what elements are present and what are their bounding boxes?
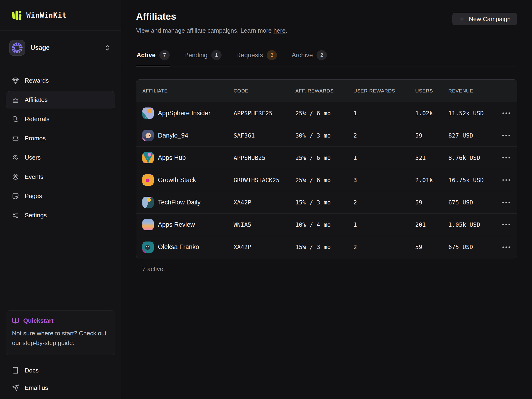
new-campaign-label: New Campaign (469, 15, 511, 23)
sidebar-item-events[interactable]: Events (6, 168, 115, 185)
page-subtitle: View and manage affiliate campaigns. Lea… (136, 27, 287, 34)
sidebar-item-email-us[interactable]: Email us (6, 380, 115, 396)
sidebar-item-settings[interactable]: Settings (6, 207, 115, 224)
sidebar-item-label: Rewards (25, 77, 49, 84)
row-menu-button[interactable] (501, 221, 511, 228)
column-header-aff-rewards: AFF. REWARDS (295, 88, 353, 94)
sidebar-item-label: Events (25, 173, 44, 180)
app-switcher[interactable]: Usage (0, 31, 121, 65)
page-cursor-icon (12, 192, 19, 199)
affiliate-code: GROWTHSTACK25 (234, 177, 295, 184)
sidebar-nav: Rewards Affiliates Referrals Promos User… (0, 65, 121, 224)
table-row[interactable]: Growth Stack GROWTHSTACK25 25% / 6 mo 3 … (136, 169, 517, 191)
user-rewards-value: 2 (353, 132, 415, 139)
table-row[interactable]: Oleksa Franko XA42P 15% / 3 mo 2 59 675 … (136, 236, 517, 258)
quickstart-card[interactable]: Quickstart Not sure where to start? Chec… (6, 310, 115, 355)
affiliate-avatar (142, 219, 154, 230)
users-value: 201 (415, 221, 448, 228)
tab-label: Requests (236, 52, 263, 59)
tab-count-badge: 2 (317, 50, 327, 60)
affiliate-avatar (142, 174, 154, 186)
gem-icon (12, 77, 19, 84)
revenue-value: 11.52k USD (448, 110, 501, 117)
aff-rewards-value: 10% / 4 mo (295, 221, 353, 228)
affiliate-code: APPSPHERE25 (234, 110, 295, 117)
row-menu-button[interactable] (501, 155, 511, 161)
sidebar-item-label: Pages (25, 192, 42, 200)
revenue-value: 675 USD (448, 199, 501, 206)
row-menu-button[interactable] (501, 110, 511, 116)
sidebar-item-label: Settings (25, 212, 47, 219)
quickstart-description: Not sure where to start? Check out our s… (12, 329, 109, 348)
revenue-value: 8.76k USD (448, 154, 501, 161)
affiliate-avatar (142, 152, 154, 163)
table-row[interactable]: Danylo_94 SAF3G1 30% / 3 mo 2 59 827 USD (136, 124, 517, 147)
user-rewards-value: 1 (353, 110, 415, 117)
tab-requests[interactable]: Requests 3 (236, 49, 278, 66)
user-rewards-value: 1 (353, 221, 415, 228)
column-header-code: CODE (234, 88, 295, 94)
user-rewards-value: 2 (353, 199, 415, 206)
affiliate-avatar (142, 107, 154, 119)
users-icon (12, 154, 19, 161)
table-row[interactable]: Apps Review WNIA5 10% / 4 mo 1 201 1.05k… (136, 214, 517, 236)
sidebar-item-affiliates[interactable]: Affiliates (6, 91, 115, 108)
affiliate-name: TechFlow Daily (158, 199, 201, 206)
table-footer-text: 7 active. (142, 265, 517, 273)
subtitle-period: . (285, 27, 287, 34)
row-menu-button[interactable] (501, 244, 511, 250)
users-value: 59 (415, 199, 448, 206)
brand-logo-icon (12, 10, 22, 21)
affiliate-code: XA42P (234, 199, 295, 206)
aff-rewards-value: 15% / 3 mo (295, 199, 353, 206)
affiliate-code: APPSHUB25 (234, 154, 295, 161)
tab-active[interactable]: Active 7 (136, 49, 170, 66)
new-campaign-button[interactable]: New Campaign (452, 13, 517, 25)
affiliate-name: Apps Hub (158, 154, 186, 161)
brand-logo: WinWinKit (0, 0, 121, 31)
tab-pending[interactable]: Pending 1 (184, 49, 222, 66)
tab-label: Archive (291, 52, 313, 59)
table-row[interactable]: Apps Hub APPSHUB25 25% / 6 mo 1 521 8.76… (136, 147, 517, 169)
sidebar-item-label: Email us (25, 384, 48, 392)
tab-archive[interactable]: Archive 2 (291, 49, 327, 66)
row-menu-button[interactable] (501, 177, 511, 183)
row-menu-button[interactable] (501, 199, 511, 205)
column-header-affiliate: AFFILIATE (142, 88, 234, 94)
ticket-icon (12, 135, 19, 142)
sidebar-item-users[interactable]: Users (6, 149, 115, 166)
users-value: 2.01k (415, 177, 448, 184)
sidebar-item-label: Promos (25, 135, 46, 142)
sidebar-item-label: Users (25, 154, 41, 161)
aff-rewards-value: 25% / 6 mo (295, 110, 353, 117)
affiliate-code: SAF3G1 (234, 132, 295, 139)
users-value: 59 (415, 244, 448, 251)
aff-rewards-value: 25% / 6 mo (295, 177, 353, 184)
learn-more-link[interactable]: here (273, 27, 285, 34)
affiliate-name: Growth Stack (158, 177, 196, 184)
sidebar-item-label: Referrals (25, 116, 49, 123)
row-menu-button[interactable] (501, 132, 511, 138)
sidebar-item-docs[interactable]: Docs (6, 362, 115, 378)
plus-icon (459, 16, 465, 22)
copy-icon (12, 116, 19, 123)
column-header-user-rewards: USER REWARDS (353, 88, 415, 94)
sidebar: WinWinKit Usage Rewards Affiliates Refer… (0, 0, 121, 399)
sidebar-spacer (0, 224, 121, 310)
send-icon (12, 384, 19, 391)
sidebar-item-rewards[interactable]: Rewards (6, 72, 115, 89)
sidebar-item-referrals[interactable]: Referrals (6, 110, 115, 128)
crown-icon (12, 96, 19, 103)
affiliate-code: WNIA5 (234, 221, 295, 228)
sidebar-item-pages[interactable]: Pages (6, 187, 115, 205)
tab-count-badge: 3 (267, 50, 277, 60)
affiliate-name: AppSphere Insider (158, 110, 210, 117)
table-row[interactable]: TechFlow Daily XA42P 15% / 3 mo 2 59 675… (136, 191, 517, 214)
docs-icon (12, 367, 19, 374)
table-header: AFFILIATE CODE AFF. REWARDS USER REWARDS… (136, 80, 517, 102)
book-open-icon (12, 317, 19, 324)
subtitle-text: View and manage affiliate campaigns. Lea… (136, 27, 273, 34)
sidebar-item-promos[interactable]: Promos (6, 129, 115, 147)
table-row[interactable]: AppSphere Insider APPSPHERE25 25% / 6 mo… (136, 102, 517, 124)
revenue-value: 675 USD (448, 244, 501, 251)
